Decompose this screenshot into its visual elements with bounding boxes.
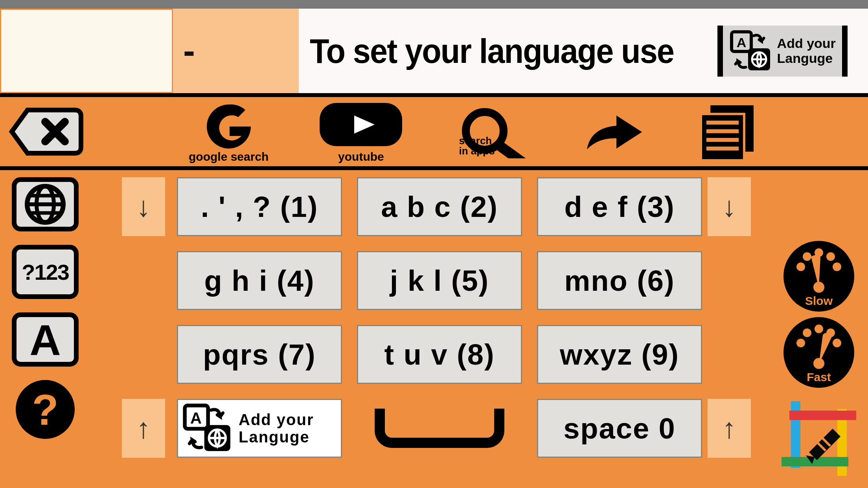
document-stack-icon	[693, 102, 760, 161]
svg-point-28	[833, 262, 841, 271]
fast-label: Fast	[807, 371, 831, 384]
add-language-label: Add your Languge	[777, 36, 836, 66]
youtube-button[interactable]: youtube	[316, 100, 406, 163]
svg-point-30	[796, 339, 805, 347]
svg-rect-38	[782, 457, 848, 466]
input-caret-box[interactable]: -	[173, 9, 299, 93]
svg-point-32	[815, 325, 823, 333]
search-in-apps-button[interactable]: search in apps	[453, 107, 532, 156]
status-bar	[0, 0, 868, 9]
keypad-area: ?123 A ? ↓ ↑ . ' , ? (1) a b c (2) d e f…	[0, 170, 868, 484]
share-button[interactable]	[579, 106, 646, 157]
hint-text: To set your language use	[310, 31, 674, 71]
spacebar-key[interactable]	[357, 399, 522, 458]
svg-point-27	[826, 252, 835, 261]
key-1[interactable]: . ' , ? (1)	[177, 177, 342, 236]
slow-dial[interactable]: Slow	[783, 241, 854, 312]
header: - To set your language use A Add your La…	[0, 9, 868, 97]
scroll-up-left[interactable]: ↑	[122, 399, 165, 458]
right-arrow-column: ↓ ↑	[708, 177, 751, 458]
keypad-grid: . ' , ? (1) a b c (2) d e f (3) g h i (4…	[177, 177, 696, 458]
key-4[interactable]: g h i (4)	[177, 251, 342, 310]
add-language-chip[interactable]: A Add your Languge	[717, 26, 848, 77]
svg-point-35	[813, 358, 824, 369]
key-6[interactable]: mno (6)	[537, 251, 702, 310]
svg-point-24	[796, 262, 805, 271]
svg-rect-39	[789, 411, 856, 420]
scroll-down-right[interactable]: ↓	[708, 177, 751, 236]
globe-icon	[22, 183, 69, 226]
scroll-up-right[interactable]: ↑	[708, 399, 751, 458]
toolbar: google search youtube search in apps	[0, 97, 868, 170]
svg-text:A: A	[736, 35, 746, 50]
backspace-icon	[8, 102, 86, 161]
svg-point-29	[813, 282, 824, 293]
hint-banner: To set your language use A Add your Lang…	[299, 9, 868, 93]
key-2[interactable]: a b c (2)	[357, 177, 522, 236]
mode-column: ?123 A ?	[12, 177, 79, 439]
svg-point-34	[833, 339, 841, 347]
input-preview-box[interactable]	[0, 9, 173, 93]
scroll-down-left[interactable]: ↓	[122, 177, 165, 236]
theme-button[interactable]	[782, 401, 856, 476]
color-frame-icon	[782, 401, 856, 476]
svg-point-25	[803, 252, 811, 261]
copy-button[interactable]	[693, 102, 760, 161]
search-apps-label: search in apps	[459, 136, 495, 156]
translate-icon: A	[182, 403, 233, 454]
key-8[interactable]: t u v (8)	[357, 325, 522, 384]
add-language-key[interactable]: A Add your Languge	[177, 399, 342, 458]
speed-column: Slow Fast	[782, 241, 856, 476]
slow-label: Slow	[805, 294, 833, 308]
help-button[interactable]: ?	[16, 380, 75, 439]
svg-line-7	[500, 146, 522, 158]
key-0[interactable]: space 0	[537, 399, 702, 458]
svg-point-31	[803, 328, 811, 337]
language-switch-button[interactable]	[12, 177, 79, 231]
key-3[interactable]: d e f (3)	[537, 177, 702, 236]
svg-text:A: A	[190, 409, 202, 427]
letters-mode-button[interactable]: A	[12, 312, 79, 367]
add-language-key-label: Add your Languge	[239, 411, 314, 446]
spacebar-icon	[375, 409, 504, 448]
key-9[interactable]: wxyz (9)	[537, 325, 702, 384]
left-arrow-column: ↓ ↑	[122, 177, 165, 458]
backspace-button[interactable]	[8, 102, 86, 161]
google-label: google search	[189, 150, 268, 163]
key-5[interactable]: j k l (5)	[357, 251, 522, 310]
google-search-button[interactable]: google search	[189, 100, 268, 163]
youtube-icon	[316, 100, 406, 151]
key-7[interactable]: pqrs (7)	[177, 325, 342, 384]
numbers-mode-button[interactable]: ?123	[12, 245, 79, 299]
google-icon	[189, 100, 268, 151]
translate-icon: A	[729, 29, 772, 73]
share-icon	[579, 106, 646, 157]
fast-dial[interactable]: Fast	[783, 317, 854, 388]
youtube-label: youtube	[338, 150, 384, 163]
